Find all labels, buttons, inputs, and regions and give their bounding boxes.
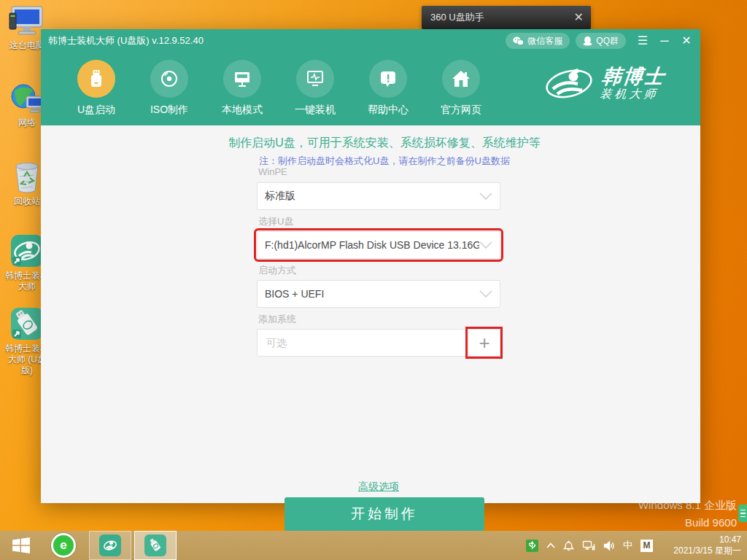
nav-label: 帮助中心 (359, 104, 417, 117)
close-icon[interactable]: ✕ (574, 12, 584, 23)
computer-icon (9, 4, 45, 38)
usb-select[interactable]: F:(hd1)AlcorMP Flash Disk USB Device 13.… (257, 231, 500, 259)
usb-helper-bar: 360 U盘助手 ✕ (422, 6, 591, 29)
boot-mode-label: 启动方式 (258, 264, 500, 277)
taskbar: e (0, 531, 747, 560)
minimize-button[interactable]: ─ (654, 29, 676, 52)
browser-e-icon: e (60, 538, 66, 553)
chevron-down-icon (479, 241, 492, 249)
taskbar-app-hanboshi[interactable] (89, 531, 131, 560)
taskbar-clock[interactable]: 10:47 2021/3/15 星期一 (662, 534, 741, 556)
app-window: 韩博士装机大师 (U盘版) v.12.9.52.40 微信客服 QQ群 ☰ ─ … (41, 29, 700, 503)
qq-group-label: QQ群 (596, 35, 619, 47)
nav-label: 官方网页 (432, 104, 490, 117)
advanced-options-container: 高级选项 (257, 480, 500, 494)
monitor-pulse-icon (296, 60, 334, 98)
wechat-icon (513, 36, 524, 46)
nav-item-help-center[interactable]: 帮助中心 (359, 60, 417, 117)
recycle-bin-icon (10, 159, 44, 194)
usb-helper-title: 360 U盘助手 (430, 11, 574, 24)
start-button[interactable] (0, 531, 42, 560)
clock-date: 2021/3/15 星期一 (662, 545, 741, 556)
start-create-button[interactable]: 开始制作 (285, 497, 484, 531)
taskbar-app-hanboshi-usb[interactable] (134, 531, 177, 560)
nav-item-usb-boot[interactable]: U盘启动 (67, 60, 125, 117)
winpe-select[interactable]: 标准版 (257, 182, 500, 210)
network-tray-icon[interactable] (582, 540, 595, 551)
add-system-button[interactable]: + (468, 330, 500, 356)
show-hidden-icons-button[interactable] (546, 542, 555, 548)
network-icon (9, 82, 45, 115)
add-system-label: 添加系统 (258, 313, 500, 326)
ime-mode-indicator[interactable]: M (640, 540, 653, 552)
hanboshi-app-icon (9, 233, 44, 268)
chevron-down-icon (479, 192, 492, 200)
system-tray: 中 M 10:47 2021/3/15 星期一 (526, 531, 747, 560)
nav-item-one-key-install[interactable]: 一键装机 (286, 60, 344, 117)
notifications-bell-icon[interactable] (563, 540, 574, 551)
nav-item-local-mode[interactable]: 本地模式 (213, 60, 271, 117)
add-system-input[interactable] (265, 336, 468, 349)
menu-icon[interactable]: ☰ (632, 29, 654, 52)
watermark-build: Build 9600 (638, 514, 737, 532)
nav-item-official-site[interactable]: 官方网页 (432, 60, 490, 117)
page-title: 制作启动U盘，可用于系统安装、系统损坏修复、系统维护等 (55, 136, 714, 151)
hanboshi-usb-app-icon (9, 306, 44, 341)
nav-label: ISO制作 (140, 104, 198, 117)
nav-label: 一键装机 (286, 104, 344, 117)
boot-mode-select[interactable]: BIOS + UEFI (257, 280, 500, 308)
content-panel: 制作启动U盘，可用于系统安装、系统损坏修复、系统维护等 注：制作启动盘时会格式化… (41, 125, 700, 503)
qq-icon (583, 36, 592, 46)
wechat-support-label: 微信客服 (527, 35, 562, 47)
nav-label: 本地模式 (213, 104, 271, 117)
monitor-icon (223, 60, 261, 98)
edge-widget-icon[interactable] (738, 505, 747, 522)
usb-tray-icon[interactable] (526, 540, 538, 552)
chevron-down-icon (479, 290, 492, 298)
usb-select-value: F:(hd1)AlcorMP Flash Disk USB Device 13.… (265, 239, 479, 251)
advanced-options-link[interactable]: 高级选项 (358, 481, 399, 492)
brand-subtitle: 装机大师 (599, 87, 664, 101)
volume-speaker-icon[interactable] (603, 540, 615, 551)
clock-time: 10:47 (662, 534, 741, 545)
hanboshi-usb-app-icon (144, 534, 166, 556)
browser-taskbar-button[interactable]: e (51, 533, 76, 558)
disc-icon (150, 60, 188, 98)
nav-item-iso-create[interactable]: ISO制作 (140, 60, 198, 117)
hanboshi-logo-icon (544, 64, 594, 104)
qq-group-button[interactable]: QQ群 (576, 33, 626, 49)
home-icon (442, 60, 480, 98)
nav-label: U盘启动 (67, 104, 125, 117)
brand-name: 韩博士 (601, 66, 667, 87)
winpe-label: WinPE (258, 166, 500, 179)
boot-mode-value: BIOS + UEFI (265, 288, 479, 300)
usb-create-form: WinPE 标准版 选择U盘 F:(hd1)AlcorMP Flash Disk… (257, 166, 500, 362)
winpe-value: 标准版 (265, 190, 479, 203)
wechat-support-button[interactable]: 微信客服 (506, 33, 570, 49)
usb-select-label: 选择U盘 (258, 215, 500, 228)
window-title: 韩博士装机大师 (U盘版) v.12.9.52.40 (48, 34, 506, 47)
usb-drive-icon (77, 60, 115, 98)
windows-logo-icon (12, 537, 31, 554)
add-system-field: + (257, 329, 500, 357)
ime-language-indicator[interactable]: 中 (623, 539, 632, 552)
brand-logo: 韩博士 装机大师 (544, 64, 665, 104)
hanboshi-app-icon (99, 534, 121, 556)
close-button[interactable]: ✕ (676, 29, 697, 52)
titlebar: 韩博士装机大师 (U盘版) v.12.9.52.40 微信客服 QQ群 ☰ ─ … (41, 29, 700, 52)
help-bubble-icon (369, 60, 407, 98)
